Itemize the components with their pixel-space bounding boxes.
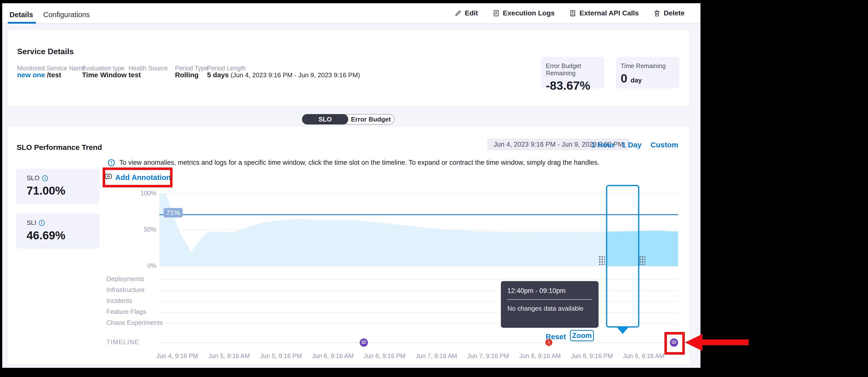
row-label-feature-flags: Feature Flags: [106, 308, 146, 316]
slo-trend-area-chart[interactable]: [159, 185, 678, 266]
field-value-health-source: test: [128, 71, 141, 79]
execution-logs-label: Execution Logs: [503, 9, 555, 17]
field-label-period-length: Period Length: [207, 65, 246, 72]
x-axis-label: Jun 5, 9:16 PM: [256, 352, 306, 359]
delete-button[interactable]: Delete: [653, 9, 685, 17]
sli-metric-label: SLI i: [27, 219, 99, 227]
row-label-infrastructure: Infrastructure: [106, 286, 145, 294]
row-label-chaos-experiments: Chaos Experiments: [106, 319, 163, 326]
row-label-deployments: Deployments: [106, 275, 144, 283]
field-label-monitored-service: Monitored Service Name: [17, 65, 86, 72]
x-axis-label: Jun 6, 9:16 AM: [308, 352, 358, 359]
y-axis-label-100: 100%: [126, 190, 156, 197]
api-document-icon: API: [569, 9, 577, 17]
field-label-health-source: Health Source: [128, 65, 168, 72]
error-budget-remaining-value: -83.67%: [546, 79, 599, 92]
x-axis-label: Jun 6, 9:16 PM: [360, 352, 409, 359]
slo-metric-label: SLO i: [27, 174, 99, 182]
field-label-evaluation-type: Evaluation type: [82, 65, 125, 72]
speech-bubble-icon: [104, 173, 112, 182]
sli-metric-card: SLI i 46.69%: [16, 214, 99, 249]
field-value-period-type: Rolling: [175, 71, 198, 79]
x-axis-label: Jun 7, 9:16 AM: [412, 352, 461, 359]
y-axis-label-50: 50%: [126, 226, 156, 233]
info-banner: ! To view anomalies, metrics and logs fo…: [108, 159, 599, 166]
y-axis-label-0: 0%: [126, 262, 156, 270]
selection-pointer-triangle: [617, 327, 628, 334]
x-axis-label: Jun 8, 9:16 PM: [567, 352, 617, 359]
range-button-1hour[interactable]: 1 Hour: [591, 141, 615, 149]
trend-title: SLO Performance Trend: [17, 143, 102, 152]
row-line-deployments: [159, 279, 678, 280]
tab-configurations[interactable]: Configurations: [43, 11, 90, 19]
slo-metric-card: SLO i 71.00%: [16, 169, 99, 204]
tooltip-message: No changes data available: [507, 305, 592, 312]
edit-button[interactable]: Edit: [454, 9, 478, 17]
pencil-icon: [454, 9, 462, 17]
zoom-button[interactable]: Zoom: [570, 330, 594, 341]
slo-errorbudget-toggle: SLO Error Budget: [302, 114, 395, 125]
add-annotation-button[interactable]: Add Annotation: [103, 167, 173, 187]
external-api-calls-button[interactable]: API External API Calls: [569, 9, 639, 17]
error-budget-remaining-card: Error Budget Remaining -83.67%: [541, 57, 604, 89]
row-label-incidents: Incidents: [106, 297, 132, 305]
slo-metric-value: 71.00%: [27, 184, 99, 197]
x-axis-label: Jun 8, 9:16 AM: [515, 352, 565, 359]
tab-details[interactable]: Details: [9, 11, 33, 19]
time-remaining-label: Time Remaining: [621, 62, 674, 70]
monitored-service-link[interactable]: new one: [17, 71, 45, 79]
timeline-line: [159, 342, 678, 343]
red-arrow-icon: [685, 334, 703, 351]
info-icon: !: [108, 159, 115, 166]
document-icon: [492, 9, 500, 17]
info-circle-icon[interactable]: i: [42, 175, 48, 181]
time-remaining-number: 0: [621, 72, 627, 85]
selection-left-drag-handle[interactable]: [598, 255, 605, 265]
x-axis-label: Jun 7, 9:16 PM: [463, 352, 513, 359]
x-axis-label: Jun 5, 9:16 AM: [204, 352, 254, 359]
active-tab-underline: [8, 22, 36, 24]
trash-icon: [653, 9, 661, 17]
header-bar: Details Configurations Edit Execution Lo…: [2, 3, 701, 24]
changes-tooltip: 12:40pm - 09:10pm No changes data availa…: [501, 281, 598, 328]
tooltip-time-range: 12:40pm - 09:10pm: [507, 287, 592, 295]
field-value-period-length: 5 days (Jun 4, 2023 9:16 PM - Jun 9, 202…: [207, 71, 360, 79]
red-arrow-shaft: [703, 340, 749, 345]
external-api-calls-label: External API Calls: [580, 9, 639, 17]
field-label-period-type: Period Type: [175, 65, 208, 72]
sli-label-text: SLI: [27, 219, 36, 227]
toggle-option-error-budget[interactable]: Error Budget: [347, 114, 395, 125]
service-details-title: Service Details: [17, 47, 74, 56]
time-remaining-card: Time Remaining 0 day: [616, 57, 679, 89]
tooltip-divider: [507, 299, 592, 300]
row-label-timeline: TIMELINE: [106, 338, 139, 346]
info-circle-icon[interactable]: i: [39, 220, 45, 226]
add-annotation-label: Add Annotation: [115, 173, 171, 182]
info-text: To view anomalies, metrics and logs for …: [119, 159, 599, 166]
range-button-custom[interactable]: Custom: [651, 141, 678, 149]
svg-text:API: API: [571, 14, 575, 16]
error-budget-remaining-label: Error Budget Remaining: [546, 62, 599, 77]
x-axis-label: Jun 9, 9:16 AM: [619, 352, 669, 359]
time-remaining-value: 0 day: [621, 71, 674, 85]
annotation-message-icon[interactable]: [360, 339, 368, 347]
row-line-feature-flags: [159, 312, 678, 313]
toggle-option-slo[interactable]: SLO: [302, 114, 348, 125]
execution-logs-button[interactable]: Execution Logs: [492, 9, 555, 17]
annotation-highlight-box: [664, 332, 685, 355]
time-window-selection-box[interactable]: [606, 185, 639, 327]
row-line-incidents: [159, 301, 678, 302]
field-value-evaluation-type: Time Window: [82, 71, 127, 79]
selection-right-drag-handle[interactable]: [639, 255, 645, 265]
delete-label: Delete: [664, 9, 685, 17]
x-axis: Jun 4, 9:16 PMJun 5, 9:16 AMJun 5, 9:16 …: [2, 352, 701, 362]
field-value-monitored-service[interactable]: new one /test: [17, 71, 61, 79]
range-button-1day[interactable]: 1 Day: [622, 141, 642, 149]
period-length-value: 5 days: [207, 71, 229, 79]
app-page: Details Configurations Edit Execution Lo…: [2, 3, 701, 368]
reset-button[interactable]: Reset: [546, 333, 566, 341]
edit-label: Edit: [465, 9, 478, 17]
row-line-infrastructure: [159, 290, 678, 291]
target-badge: 71%: [163, 208, 183, 217]
time-remaining-unit: day: [631, 76, 642, 84]
